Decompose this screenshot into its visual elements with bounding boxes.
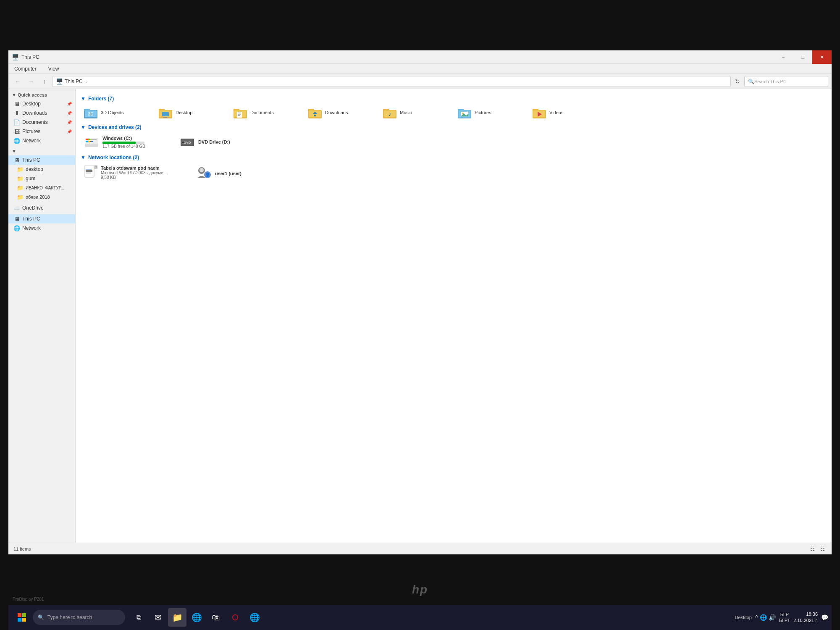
network-sys-icon[interactable]: 🌐: [760, 614, 767, 621]
maximize-button[interactable]: □: [793, 50, 812, 64]
pin-icon-doc: 📌: [67, 120, 72, 125]
drive-dvd-name: DVD Drive (D:): [198, 139, 230, 144]
sidebar-group-this-pc[interactable]: ▼: [8, 147, 75, 155]
svg-rect-61: [18, 618, 21, 622]
sidebar-gumi-label: gumi: [26, 176, 37, 181]
folder-icon-pictures: [458, 107, 471, 118]
search-placeholder: Search This PC: [754, 79, 787, 84]
opera-icon[interactable]: O: [226, 608, 244, 627]
folder-downloads-label: Downloads: [325, 110, 348, 115]
folders-chevron: ▼: [81, 96, 86, 102]
sidebar-item-this-pc[interactable]: 🖥 This PC: [8, 155, 75, 165]
network-item-user1[interactable]: 👤 user1 (user): [193, 163, 260, 183]
back-button[interactable]: ←: [12, 76, 24, 87]
folder-videos[interactable]: Videos: [529, 104, 602, 121]
sidebar-item-desktop-folder[interactable]: 📁 desktop: [8, 165, 75, 174]
devices-section-header[interactable]: ▼ Devices and drives (2): [81, 124, 827, 130]
volume-icon[interactable]: 🔊: [769, 614, 776, 621]
tabela-size: 9,50 KB: [101, 175, 167, 180]
menu-view[interactable]: View: [46, 65, 62, 73]
address-text: This PC: [65, 79, 83, 84]
chevron-up-icon[interactable]: ^: [755, 614, 758, 621]
sidebar-item-documents[interactable]: 📄 Documents 📌: [8, 118, 75, 127]
address-bar[interactable]: 🖥️ This PC ›: [52, 76, 731, 87]
this-pc-chevron: ▼: [12, 149, 16, 154]
tabela-subtitle: Microsoft Word 97-2003 - докуме...: [101, 171, 167, 175]
sidebar-item-this-pc-2[interactable]: 🖥 This PC: [8, 214, 75, 223]
folder-icon-videos: [533, 107, 546, 118]
folder-music[interactable]: ♪ Music: [380, 104, 453, 121]
drive-dvd-info: DVD Drive (D:): [198, 139, 230, 144]
edge-icon[interactable]: 🌐: [187, 608, 206, 627]
minimize-button[interactable]: −: [774, 50, 793, 64]
forward-button[interactable]: →: [25, 76, 37, 87]
svg-rect-59: [18, 613, 21, 617]
folder-pictures[interactable]: Pictures: [454, 104, 528, 121]
svg-rect-54: [86, 173, 91, 173]
folder-3d-label: 3D Objects: [101, 110, 123, 115]
sidebar-group-quick-access[interactable]: ▼ Quick access: [8, 91, 75, 99]
gumi-icon: 📁: [17, 175, 24, 182]
taskbar-clock[interactable]: 18:36 2.10.2021 г.: [793, 611, 818, 624]
taskview-button[interactable]: ⧉: [129, 608, 148, 627]
desktop-icon: 🖥: [13, 100, 20, 107]
devices-section-label: Devices and drives (2): [88, 124, 142, 130]
sidebar-item-ivanko[interactable]: 📁 ИВАНКО_ФАКТУР...: [8, 183, 75, 192]
sidebar-ivanko-label: ИВАНКО_ФАКТУР...: [26, 186, 64, 190]
sidebar-item-pictures[interactable]: 🖼 Pictures 📌: [8, 127, 75, 136]
sidebar-item-gumi[interactable]: 📁 gumi: [8, 174, 75, 183]
svg-rect-41: [88, 139, 90, 140]
taskbar-search[interactable]: 🔍 Type here to search: [33, 610, 125, 625]
folders-section-header[interactable]: ▼ Folders (7): [81, 96, 827, 102]
file-explorer-icon[interactable]: 📁: [168, 608, 186, 627]
start-button[interactable]: [12, 607, 32, 627]
close-button[interactable]: ✕: [812, 50, 832, 64]
sidebar-onedrive-label: OneDrive: [22, 205, 44, 211]
up-button[interactable]: ↑: [39, 76, 50, 87]
view-list-button[interactable]: ☷: [808, 545, 816, 553]
sidebar-item-downloads[interactable]: ⬇ Downloads 📌: [8, 108, 75, 118]
network-section-label: Network locations (2): [88, 155, 139, 160]
monitor-bezel: 🖥️ This PC − □ ✕ Computer View ← → ↑ 🖥️ …: [0, 0, 840, 630]
ivanko-icon: 📁: [17, 184, 24, 191]
drive-c-name: Windows (C:): [102, 136, 145, 141]
sidebar-obyavi-label: обяви 2018: [26, 194, 50, 200]
store-icon[interactable]: 🛍: [207, 608, 225, 627]
sidebar-item-obyavi[interactable]: 📁 обяви 2018: [8, 192, 75, 202]
svg-rect-60: [22, 613, 26, 617]
drive-windows-c[interactable]: Windows (C:) 117 GB free of 148 GB: [81, 133, 173, 151]
svg-point-56: [200, 168, 204, 172]
network-chevron: ▼: [81, 155, 86, 160]
title-bar-left: 🖥️ This PC: [12, 54, 39, 60]
view-grid-button[interactable]: ☷: [818, 545, 827, 553]
sidebar-item-desktop[interactable]: 🖥 Desktop 📌: [8, 99, 75, 108]
sidebar-pictures-label: Pictures: [22, 129, 40, 134]
folder-documents[interactable]: Documents: [230, 104, 303, 121]
app-icon-6[interactable]: 🌐: [245, 608, 264, 627]
language-indicator: БГР БГРТ: [779, 612, 790, 624]
refresh-button[interactable]: ↻: [732, 76, 743, 87]
network-item-tabela[interactable]: Tabela otdawam pod naem Microsoft Word 9…: [81, 163, 190, 183]
notification-icon[interactable]: 💬: [821, 614, 828, 621]
sidebar-item-network-quick[interactable]: 🌐 Network: [8, 136, 75, 145]
address-chevron: ›: [86, 79, 88, 84]
folder-desktop[interactable]: Desktop: [155, 104, 228, 121]
network-section-header[interactable]: ▼ Network locations (2): [81, 155, 827, 160]
menu-computer[interactable]: Computer: [12, 65, 39, 73]
search-bar[interactable]: 🔍 Search This PC: [744, 76, 828, 87]
folder-downloads[interactable]: Downloads: [305, 104, 378, 121]
mail-icon[interactable]: ✉: [149, 608, 167, 627]
sidebar: ▼ Quick access 🖥 Desktop 📌 ⬇ Downloads 📌…: [8, 89, 76, 543]
drive-dvd-d[interactable]: DVD DVD Drive (D:): [176, 133, 252, 151]
folder-3d-objects[interactable]: 3D 3D Objects: [81, 104, 154, 121]
this-pc-icon: 🖥: [13, 157, 20, 163]
hp-logo: hp: [412, 583, 428, 596]
sidebar-documents-label: Documents: [22, 119, 48, 125]
sidebar-item-onedrive[interactable]: ☁️ OneDrive: [8, 203, 75, 213]
sidebar-item-network[interactable]: 🌐 Network: [8, 223, 75, 233]
svg-rect-40: [86, 139, 88, 140]
taskbar: 🔍 Type here to search ⧉ ✉ 📁 🌐 🛍 O 🌐 Desk…: [8, 605, 832, 630]
downloads-icon: ⬇: [13, 110, 20, 116]
sidebar-network-label: Network: [22, 225, 41, 231]
title-bar: 🖥️ This PC − □ ✕: [8, 50, 832, 64]
